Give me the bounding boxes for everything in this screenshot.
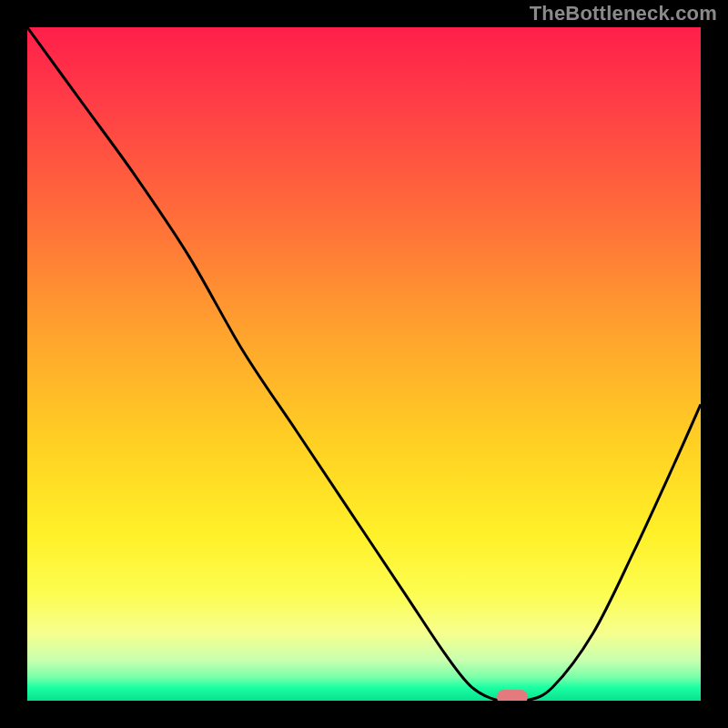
bottleneck-curve-svg [27,27,701,701]
plot-area [27,27,701,701]
watermark-text: TheBottleneck.com [530,2,717,25]
chart-frame: TheBottleneck.com [0,0,728,728]
bottleneck-curve-path [27,27,701,701]
optimal-point-marker [497,690,528,701]
